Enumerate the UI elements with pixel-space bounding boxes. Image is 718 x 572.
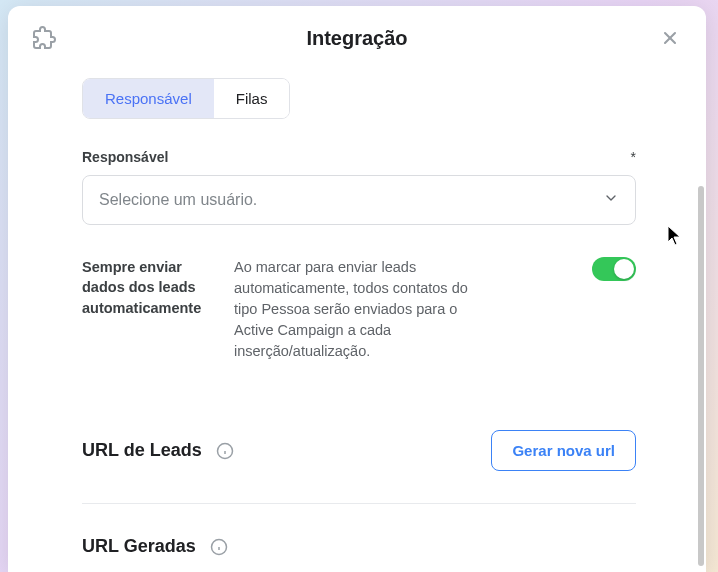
label-row: Responsável *: [82, 149, 636, 165]
puzzle-icon: [32, 26, 56, 50]
scrollbar[interactable]: [698, 186, 704, 566]
modal-title: Integração: [8, 27, 706, 50]
select-placeholder: Selecione um usuário.: [99, 191, 257, 209]
generated-url-section: URL Geradas: [82, 516, 636, 572]
required-indicator: *: [631, 149, 636, 165]
leads-url-section: URL de Leads Gerar nova url: [82, 410, 636, 491]
responsible-group: Responsável * Selecione um usuário.: [82, 149, 636, 225]
tabs: Responsável Filas: [82, 78, 290, 119]
auto-send-row: Sempre enviar dados dos leads automatica…: [82, 257, 636, 362]
section-left: URL Geradas: [82, 536, 228, 557]
generated-url-title: URL Geradas: [82, 536, 196, 557]
auto-send-description: Ao marcar para enviar leads automaticame…: [234, 257, 494, 362]
close-button[interactable]: [658, 26, 682, 50]
tab-queues[interactable]: Filas: [214, 79, 290, 118]
section-left: URL de Leads: [82, 440, 234, 461]
integration-modal: Integração Responsável Filas Responsável…: [8, 6, 706, 572]
responsible-label: Responsável: [82, 149, 168, 165]
auto-send-label: Sempre enviar dados dos leads automatica…: [82, 257, 214, 318]
chevron-down-icon: [603, 190, 619, 210]
responsible-select[interactable]: Selecione um usuário.: [82, 175, 636, 225]
modal-content: Responsável Filas Responsável * Selecion…: [8, 70, 706, 572]
generate-url-button[interactable]: Gerar nova url: [491, 430, 636, 471]
leads-url-title: URL de Leads: [82, 440, 202, 461]
info-icon[interactable]: [216, 442, 234, 460]
tab-responsible[interactable]: Responsável: [83, 79, 214, 118]
toggle-knob: [614, 259, 634, 279]
info-icon[interactable]: [210, 538, 228, 556]
divider: [82, 503, 636, 504]
auto-send-toggle[interactable]: [592, 257, 636, 281]
modal-header: Integração: [8, 6, 706, 70]
